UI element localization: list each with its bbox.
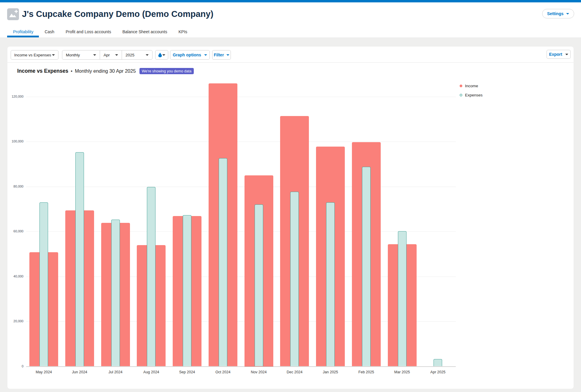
year-dropdown[interactable]: 2025 (122, 50, 152, 59)
x-axis-label: Jan 2025 (311, 370, 350, 374)
tab-balance-sheet-accounts[interactable]: Balance Sheet accounts (117, 26, 173, 37)
year-value: 2025 (126, 53, 134, 57)
legend-label: Income (465, 84, 478, 88)
x-axis-label: Feb 2025 (347, 370, 385, 374)
gridline (26, 187, 456, 187)
chevron-down-icon (93, 54, 96, 56)
tab-profit-and-loss-accounts[interactable]: Profit and Loss accounts (60, 26, 117, 37)
x-axis-label: Oct 2024 (204, 370, 242, 374)
demo-data-badge: We're showing you demo data (139, 68, 194, 74)
chevron-down-icon (204, 54, 207, 56)
income-swatch-icon (460, 85, 462, 87)
y-axis-label: 80,000 (7, 185, 23, 188)
tab-cash[interactable]: Cash (39, 26, 60, 37)
x-axis-label: Nov 2024 (239, 370, 278, 374)
y-axis-label: 20,000 (7, 319, 23, 323)
y-axis-label: 40,000 (7, 274, 23, 278)
chevron-down-icon (162, 54, 165, 56)
expenses-bar[interactable] (219, 158, 227, 366)
y-axis-label: 120,000 (7, 95, 23, 98)
x-axis-label: Apr 2025 (419, 370, 457, 374)
report-card: Income vs Expenses Monthly Apr 2025 Grap… (7, 47, 574, 389)
chevron-down-icon (146, 54, 149, 56)
month-value: Apr (104, 53, 110, 57)
x-axis-label: Aug 2024 (132, 370, 171, 374)
filter-label: Filter (214, 53, 224, 57)
expenses-bar[interactable] (39, 202, 48, 366)
gridline (26, 366, 456, 367)
x-axis-label: May 2024 (25, 370, 63, 374)
y-axis-label: 60,000 (7, 229, 23, 233)
export-label: Export (549, 52, 562, 57)
export-button[interactable]: Export (547, 50, 571, 59)
chevron-down-icon (52, 54, 55, 56)
period-dropdown[interactable]: Monthly (62, 50, 100, 59)
title-separator: • (71, 68, 72, 74)
chevron-down-icon (115, 54, 118, 56)
x-axis-label: Mar 2025 (383, 370, 421, 374)
period-dropdown-group: Monthly Apr 2025 (62, 50, 153, 60)
app-header: J's Cupcake Company Demo (Demo Company) … (0, 2, 581, 37)
x-axis-label: Jun 2024 (60, 370, 99, 374)
chart-header: Income vs Expenses • Monthly ending 30 A… (17, 68, 194, 74)
period-value: Monthly (66, 53, 80, 57)
chart-legend: Income Expenses (460, 84, 482, 97)
company-logo-icon (7, 8, 19, 20)
expenses-swatch-icon (460, 94, 462, 96)
legend-label: Expenses (465, 93, 482, 97)
expenses-bar[interactable] (147, 187, 155, 366)
top-accent-bar (0, 0, 581, 2)
x-axis-label: Dec 2024 (275, 370, 314, 374)
chart-toolbar: Income vs Expenses Monthly Apr 2025 Grap… (7, 47, 574, 63)
x-axis-label: Sep 2024 (168, 370, 207, 374)
water-drop-icon (158, 53, 162, 57)
page-title: J's Cupcake Company Demo (Demo Company) (22, 9, 213, 19)
expenses-bar[interactable] (75, 152, 84, 366)
settings-button[interactable]: Settings (542, 9, 574, 18)
expenses-bar[interactable] (183, 215, 191, 366)
chevron-down-icon (566, 13, 569, 15)
graph-options-button[interactable]: Graph options (170, 50, 210, 60)
settings-label: Settings (547, 11, 563, 16)
comparison-dropdown[interactable] (155, 50, 168, 60)
expenses-bar[interactable] (290, 192, 299, 366)
chart-subtitle: Monthly ending 30 Apr 2025 (75, 68, 136, 74)
chevron-down-icon (226, 54, 229, 56)
month-dropdown[interactable]: Apr (100, 50, 122, 59)
y-axis-label: 0 (7, 364, 23, 368)
expenses-bar[interactable] (111, 220, 120, 366)
chevron-down-icon (565, 54, 568, 55)
expenses-bar[interactable] (326, 202, 335, 366)
gridline (26, 97, 456, 97)
tab-kpis[interactable]: KPIs (173, 26, 193, 37)
expenses-bar[interactable] (434, 359, 442, 366)
expenses-bar[interactable] (398, 231, 407, 366)
chart-title: Income vs Expenses (17, 68, 68, 74)
filter-button[interactable]: Filter (212, 50, 231, 60)
expenses-bar[interactable] (362, 167, 371, 366)
graph-options-label: Graph options (173, 53, 201, 57)
legend-item-income[interactable]: Income (460, 84, 482, 88)
tab-bar: ProfitabilityCashProfit and Loss account… (7, 26, 193, 37)
expenses-bar[interactable] (255, 204, 263, 366)
tab-profitability[interactable]: Profitability (7, 26, 39, 37)
metric-dropdown[interactable]: Income vs Expenses (11, 50, 58, 60)
legend-item-expenses[interactable]: Expenses (460, 93, 482, 97)
y-axis-label: 100,000 (7, 139, 23, 143)
x-axis-label: Jul 2024 (96, 370, 135, 374)
gridline (26, 142, 456, 142)
metric-dropdown-value: Income vs Expenses (14, 53, 51, 57)
